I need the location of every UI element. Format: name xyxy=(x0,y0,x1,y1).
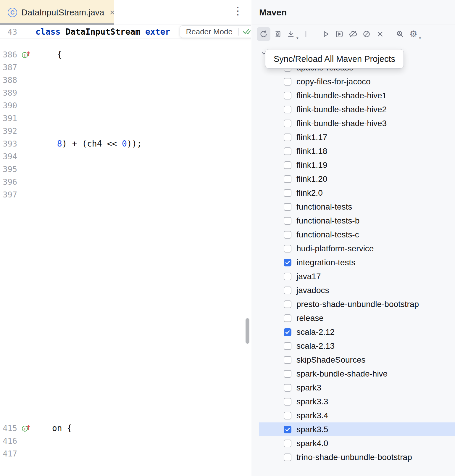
profile-checkbox[interactable] xyxy=(284,287,291,294)
maven-profile-row[interactable]: javadocs xyxy=(259,283,455,297)
tab-datainputstream[interactable]: C DataInputStream.java × xyxy=(0,0,114,25)
profile-checkbox[interactable] xyxy=(284,245,291,253)
profile-label[interactable]: spark3.5 xyxy=(296,425,328,434)
profile-label[interactable]: spark3.4 xyxy=(296,411,328,420)
profile-label[interactable]: flink1.19 xyxy=(296,160,327,170)
profile-checkbox[interactable] xyxy=(284,273,291,280)
inspections-ok-icon[interactable] xyxy=(239,28,251,36)
profile-checkbox[interactable] xyxy=(284,259,291,266)
profile-checkbox[interactable] xyxy=(284,147,291,155)
run-button[interactable] xyxy=(319,27,333,41)
reader-mode-label[interactable]: Reader Mode xyxy=(180,27,238,36)
reader-mode-widget[interactable]: Reader Mode xyxy=(180,25,251,38)
profile-label[interactable]: flink-bundle-shade-hive2 xyxy=(296,105,387,114)
profile-label[interactable]: functional-tests xyxy=(296,202,352,212)
maven-profile-row[interactable]: java17 xyxy=(259,269,455,283)
close-button[interactable] xyxy=(373,27,387,41)
sync-reload-button[interactable] xyxy=(257,27,270,41)
profile-label[interactable]: trino-shade-unbundle-bootstrap xyxy=(296,453,412,462)
maven-profile-row[interactable]: scala-2.12 xyxy=(259,325,455,339)
maven-profile-row[interactable]: trino-shade-unbundle-bootstrap xyxy=(259,450,455,464)
maven-profile-row[interactable]: spark3.3 xyxy=(259,395,455,409)
profile-label[interactable]: javadocs xyxy=(296,286,329,295)
profile-label[interactable]: spark3.3 xyxy=(296,397,328,406)
maven-profile-row[interactable]: skipShadeSources xyxy=(259,353,455,367)
profile-checkbox[interactable] xyxy=(284,412,291,419)
profile-checkbox[interactable] xyxy=(284,134,291,141)
profile-checkbox[interactable] xyxy=(284,161,291,169)
maven-profile-row[interactable]: integration-tests xyxy=(259,255,455,269)
maven-profile-row[interactable]: flink1.20 xyxy=(259,172,455,186)
maven-profile-row[interactable]: flink-bundle-shade-hive1 xyxy=(259,89,455,102)
profile-checkbox[interactable] xyxy=(284,370,291,378)
profile-label[interactable]: flink-bundle-shade-hive3 xyxy=(296,119,387,128)
profile-label[interactable]: integration-tests xyxy=(296,258,355,267)
maven-profile-row[interactable]: flink1.18 xyxy=(259,144,455,158)
add-button[interactable] xyxy=(299,27,313,41)
maven-profile-row[interactable]: flink-bundle-shade-hive2 xyxy=(259,102,455,116)
profile-label[interactable]: functional-tests-c xyxy=(296,230,359,239)
profile-checkbox[interactable] xyxy=(284,300,291,308)
profile-label[interactable]: flink1.17 xyxy=(296,133,327,142)
settings-button[interactable]: ⚙ xyxy=(407,27,420,41)
profile-label[interactable]: release xyxy=(296,313,324,323)
profile-checkbox[interactable] xyxy=(284,356,291,364)
profile-checkbox[interactable] xyxy=(284,175,291,183)
maven-profile-row[interactable]: functional-tests-c xyxy=(259,228,455,242)
profile-checkbox[interactable] xyxy=(284,231,291,239)
profile-label[interactable]: functional-tests-b xyxy=(296,216,359,226)
maven-profile-row[interactable]: scala-2.13 xyxy=(259,339,455,353)
profile-label[interactable]: skipShadeSources xyxy=(296,355,365,365)
profile-label[interactable]: spark-bundle-shade-hive xyxy=(296,369,388,379)
profile-label[interactable]: flink1.18 xyxy=(296,147,327,156)
profile-checkbox[interactable] xyxy=(284,314,291,322)
download-sources-button[interactable] xyxy=(284,27,298,41)
analyze-dependencies-button[interactable] xyxy=(393,27,407,41)
profile-checkbox[interactable] xyxy=(284,189,291,197)
implement-marker-icon[interactable]: I xyxy=(21,50,30,59)
implement-marker-icon[interactable]: I xyxy=(21,424,30,433)
maven-profile-row[interactable]: spark3.5 xyxy=(259,422,455,436)
profile-checkbox[interactable] xyxy=(284,454,291,461)
maven-profile-row[interactable]: spark4.0 xyxy=(259,436,455,450)
profile-label[interactable]: java17 xyxy=(296,272,321,281)
skip-tests-button[interactable] xyxy=(360,27,373,41)
profile-checkbox[interactable] xyxy=(284,342,291,350)
maven-profile-row[interactable]: functional-tests xyxy=(259,200,455,214)
profile-label[interactable]: hudi-platform-service xyxy=(296,244,374,253)
maven-profile-row[interactable]: flink-bundle-shade-hive3 xyxy=(259,116,455,130)
toggle-offline-button[interactable] xyxy=(346,27,360,41)
maven-profile-row[interactable]: presto-shade-unbundle-bootstrap xyxy=(259,297,455,311)
editor-vertical-scrollbar[interactable] xyxy=(246,318,249,344)
profile-checkbox[interactable] xyxy=(284,120,291,127)
maven-profile-row[interactable]: flink1.17 xyxy=(259,130,455,144)
editor-options-kebab-icon[interactable]: ⋮ xyxy=(233,5,243,17)
maven-profile-row[interactable]: copy-files-for-jacoco xyxy=(259,75,455,89)
maven-profile-row[interactable]: flink1.19 xyxy=(259,158,455,172)
generate-sources-button[interactable] xyxy=(270,27,284,41)
profile-checkbox[interactable] xyxy=(284,440,291,447)
profile-checkbox[interactable] xyxy=(284,92,291,99)
maven-profile-row[interactable]: spark-bundle-shade-hive xyxy=(259,367,455,381)
maven-profile-row[interactable]: flink2.0 xyxy=(259,186,455,200)
maven-profile-row[interactable]: functional-tests-b xyxy=(259,214,455,228)
profile-checkbox[interactable] xyxy=(284,426,291,433)
profile-label[interactable]: flink1.20 xyxy=(296,174,327,184)
maven-profile-row[interactable]: hudi-platform-service xyxy=(259,242,455,255)
profile-label[interactable]: spark4.0 xyxy=(296,439,328,448)
profile-label[interactable]: scala-2.13 xyxy=(296,341,335,351)
profile-checkbox[interactable] xyxy=(284,106,291,113)
maven-profile-row[interactable]: release xyxy=(259,311,455,325)
profile-checkbox[interactable] xyxy=(284,217,291,225)
maven-profile-row[interactable]: spark3.4 xyxy=(259,409,455,422)
profile-checkbox[interactable] xyxy=(284,203,291,211)
tab-close-icon[interactable]: × xyxy=(109,8,115,17)
execute-goal-button[interactable] xyxy=(333,27,346,41)
profile-label[interactable]: spark3 xyxy=(296,383,321,393)
profile-label[interactable]: scala-2.12 xyxy=(296,327,335,337)
profile-checkbox[interactable] xyxy=(284,384,291,392)
profile-label[interactable]: presto-shade-unbundle-bootstrap xyxy=(296,300,419,309)
profile-checkbox[interactable] xyxy=(284,398,291,406)
maven-profile-row[interactable]: spark3 xyxy=(259,381,455,395)
profile-label[interactable]: copy-files-for-jacoco xyxy=(296,77,371,86)
